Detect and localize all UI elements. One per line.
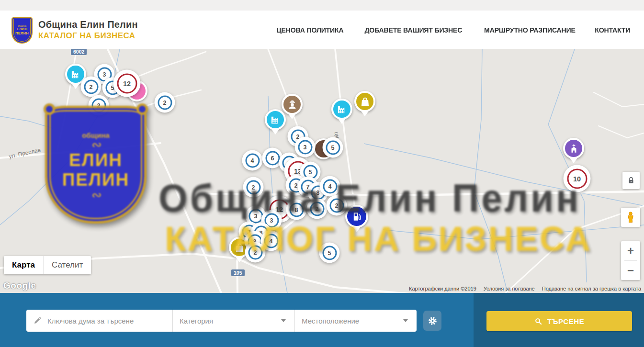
cluster-marker[interactable]: 2 bbox=[327, 195, 347, 216]
zoom-in-button[interactable]: + bbox=[621, 241, 640, 260]
cluster-marker[interactable]: 8 bbox=[286, 200, 307, 220]
lock-button[interactable] bbox=[622, 172, 640, 189]
lock-icon bbox=[627, 176, 635, 185]
cluster-marker[interactable]: 5 bbox=[323, 137, 343, 158]
cluster-count: 6 bbox=[265, 151, 280, 165]
worker-pin-marker[interactable] bbox=[282, 94, 303, 115]
cluster-marker[interactable]: 4 bbox=[242, 150, 263, 171]
search-bar-right-panel: ТЪРСЕНЕ bbox=[474, 293, 644, 347]
chevron-down-icon bbox=[403, 319, 408, 322]
bag-pin-marker[interactable] bbox=[354, 91, 375, 112]
cluster-count: 4 bbox=[245, 153, 260, 168]
cluster-marker[interactable]: 2 bbox=[81, 77, 102, 97]
cluster-count: 2 bbox=[248, 245, 262, 259]
top-strip bbox=[0, 0, 644, 11]
zoom-control: + − bbox=[621, 241, 640, 280]
zoom-out-button[interactable]: − bbox=[621, 261, 640, 280]
gear-icon bbox=[428, 316, 438, 326]
cluster-count: 10 bbox=[567, 168, 587, 189]
location-dropdown-label: Местоположение bbox=[302, 317, 359, 325]
nav-item-route-schedule[interactable]: МАРШРУТНО РАЗПИСАНИЕ bbox=[484, 26, 576, 34]
road-number-badge: 6002 bbox=[71, 49, 87, 55]
site-logo-link[interactable]: община ЕЛИН ПЕЛИН Община Елин Пелин КАТА… bbox=[11, 17, 138, 44]
cluster-marker[interactable]: 5 bbox=[319, 243, 340, 263]
street-view-pegman-button[interactable] bbox=[621, 208, 640, 227]
search-button-label: ТЪРСЕНЕ bbox=[547, 317, 585, 325]
bag-icon bbox=[234, 242, 245, 253]
cluster-count: 2 bbox=[329, 198, 344, 213]
search-button[interactable]: ТЪРСЕНЕ bbox=[486, 311, 632, 331]
chevron-down-icon bbox=[281, 319, 286, 322]
road-number-badge: 105 bbox=[231, 269, 245, 276]
factory-pin-marker[interactable] bbox=[265, 109, 286, 130]
cluster-count: 12 bbox=[117, 73, 137, 93]
advanced-settings-button[interactable] bbox=[423, 311, 441, 331]
category-dropdown-label: Категория bbox=[180, 317, 213, 325]
header: община ЕЛИН ПЕЛИН Община Елин Пелин КАТА… bbox=[0, 0, 644, 49]
site-title: Община Елин Пелин bbox=[38, 19, 138, 30]
google-logo[interactable]: Google bbox=[3, 280, 36, 291]
factory-icon bbox=[70, 69, 81, 80]
cluster-count: 4 bbox=[264, 234, 278, 248]
nav-item-contacts[interactable]: КОНТАКТИ bbox=[595, 26, 631, 34]
site-subtitle: КАТАЛОГ НА БИЗНЕСА bbox=[38, 31, 138, 41]
search-bar: ТЪРСЕНЕ Категория Местоположение bbox=[0, 293, 644, 347]
category-dropdown[interactable]: Категория bbox=[172, 310, 294, 332]
cluster-count: 2 bbox=[246, 180, 260, 194]
factory-pin-marker[interactable] bbox=[331, 99, 352, 120]
location-dropdown[interactable]: Местоположение bbox=[294, 310, 417, 332]
pegman-icon bbox=[624, 211, 637, 224]
cluster-count: 2 bbox=[84, 79, 98, 94]
nav-item-add-business[interactable]: ДОБАВЕТЕ ВАШИЯТ БИЗНЕС bbox=[364, 26, 462, 34]
terms-link[interactable]: Условия за ползване bbox=[484, 286, 535, 291]
factory-icon bbox=[270, 114, 281, 125]
nav-item-pricing[interactable]: ЦЕНОВА ПОЛИТИКА bbox=[277, 26, 344, 34]
cluster-count: 3 bbox=[298, 140, 312, 154]
cluster-marker[interactable]: 2 bbox=[243, 177, 264, 198]
report-error-link[interactable]: Подаване на сигнал за грешка в картата bbox=[542, 286, 641, 291]
church-pin-marker[interactable] bbox=[563, 138, 584, 159]
cluster-count: 2 bbox=[310, 201, 324, 216]
cluster-marker[interactable]: 10 bbox=[564, 165, 591, 192]
keyword-field bbox=[26, 310, 172, 332]
search-fields: Категория Местоположение bbox=[26, 310, 417, 332]
keyword-search-input[interactable] bbox=[47, 317, 166, 325]
bag-icon bbox=[360, 96, 371, 107]
cluster-count: 8 bbox=[289, 202, 304, 217]
map-type-satellite-button[interactable]: Сателит bbox=[43, 256, 91, 274]
worker-icon bbox=[287, 99, 298, 110]
search-icon bbox=[534, 317, 542, 325]
cluster-count: 2 bbox=[91, 98, 106, 112]
cluster-marker[interactable]: 2 bbox=[155, 92, 175, 113]
cluster-marker[interactable]: 2 bbox=[307, 199, 328, 219]
church-icon bbox=[568, 143, 579, 154]
page: община ЕЛИН ПЕЛИН Община Елин Пелин КАТА… bbox=[0, 0, 644, 347]
fuel-icon bbox=[351, 211, 362, 222]
cluster-marker[interactable]: 2 bbox=[245, 242, 266, 263]
cluster-count: 5 bbox=[326, 140, 340, 155]
map-type-map-button[interactable]: Карта bbox=[4, 256, 43, 274]
map-attribution: Картографски данни ©2019 Условия за полз… bbox=[409, 286, 641, 291]
fuel-pin-marker[interactable] bbox=[345, 205, 368, 228]
attribution-copyright: Картографски данни ©2019 bbox=[409, 286, 476, 291]
cluster-marker[interactable]: 4 bbox=[320, 176, 340, 197]
cluster-count: 3 bbox=[249, 209, 263, 223]
cluster-count: 5 bbox=[322, 246, 337, 260]
municipality-crest-icon: община ЕЛИН ПЕЛИН bbox=[11, 17, 33, 44]
map-type-control: Карта Сателит bbox=[4, 256, 91, 274]
factory-icon bbox=[337, 104, 348, 115]
cluster-count: 2 bbox=[158, 95, 172, 110]
map-canvas[interactable]: ул. Преславбул. „Новоселци6002105 325122… bbox=[0, 49, 644, 293]
cluster-marker[interactable]: 2 bbox=[89, 95, 109, 116]
cluster-marker[interactable]: 3 bbox=[295, 137, 316, 157]
cluster-marker[interactable]: 12 bbox=[113, 70, 141, 97]
pencil-icon bbox=[33, 316, 42, 325]
cluster-count: 4 bbox=[323, 179, 337, 193]
crest-name-line2: ПЕЛИН bbox=[15, 32, 29, 36]
main-nav: ЦЕНОВА ПОЛИТИКАДОБАВЕТЕ ВАШИЯТ БИЗНЕСМАР… bbox=[274, 26, 632, 34]
